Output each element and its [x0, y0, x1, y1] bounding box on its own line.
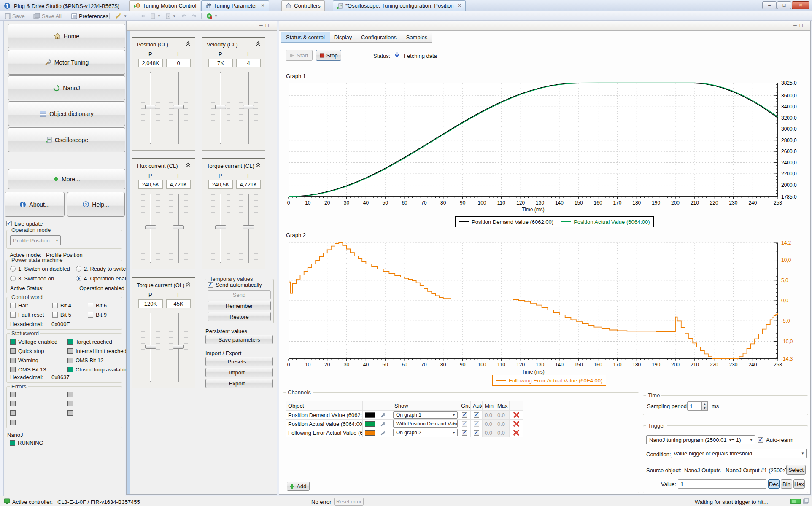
next-annotation-button[interactable]: ▼ [166, 12, 176, 20]
slider-handle[interactable] [145, 225, 156, 229]
slider-handle[interactable] [173, 225, 184, 229]
channel-grid-checkbox[interactable] [459, 411, 471, 420]
channel-style-button[interactable] [378, 428, 392, 437]
back-button[interactable] [140, 12, 146, 20]
halt-checkbox[interactable]: Halt [10, 302, 28, 309]
save-all-button[interactable]: Save All [33, 12, 62, 20]
collapse-chevron-icon[interactable] [256, 162, 261, 169]
channel-grid-checkbox[interactable] [459, 420, 471, 428]
slider-handle[interactable] [215, 225, 226, 229]
fault-reset-checkbox[interactable]: Fault reset [10, 312, 44, 318]
i-value-input[interactable]: 4,721K [236, 180, 261, 189]
collapse-chevron-icon[interactable] [186, 41, 191, 47]
maximize-button[interactable]: □ [777, 1, 791, 9]
slider-handle[interactable] [145, 105, 156, 109]
trigger-value-input[interactable] [678, 479, 766, 489]
tab-tuning-parameter[interactable]: Tuning Parameter ✕ [201, 0, 269, 11]
channel-delete-button[interactable] [510, 428, 523, 437]
restore-button[interactable]: Restore [208, 312, 271, 321]
send-button[interactable]: Send [208, 290, 271, 299]
p-slider[interactable] [210, 194, 231, 263]
wand-tool-button[interactable]: ▼ [115, 12, 127, 20]
close-tab-icon[interactable]: ✕ [458, 3, 461, 8]
radio-switched-on[interactable]: 3. Switched on [10, 275, 54, 282]
sampling-period-input[interactable] [687, 401, 701, 411]
i-slider[interactable] [168, 194, 189, 263]
live-update-checkbox[interactable]: Live update [6, 221, 43, 227]
operation-mode-select[interactable]: Profile Position [10, 235, 61, 245]
channel-style-button[interactable] [378, 420, 392, 428]
dec-toggle-button[interactable]: Dec [768, 479, 780, 489]
sidebar-item-nanoj[interactable]: NanoJ [8, 75, 125, 100]
collapse-chevron-icon[interactable] [186, 162, 191, 169]
i-value-input[interactable]: 4 [236, 59, 261, 67]
auto-rearm-checkbox[interactable]: Auto-rearm [758, 437, 793, 443]
p-slider[interactable] [140, 313, 161, 382]
run-button[interactable]: ▼ [206, 12, 218, 20]
tab-status-control[interactable]: Status & control [281, 32, 330, 43]
reset-error-button[interactable]: Reset error [334, 498, 364, 506]
export-button[interactable]: Export... [205, 379, 273, 388]
p-value-input[interactable]: 120K [138, 299, 163, 308]
help-button[interactable]: ? Help... [67, 192, 125, 217]
bin-toggle-button[interactable]: Bin [781, 479, 792, 489]
p-slider[interactable] [140, 194, 161, 263]
channel-show-select[interactable]: On graph 1 [392, 411, 459, 420]
p-value-input[interactable]: 240,5K [138, 180, 163, 189]
minimize-pane-icon[interactable]: ─ [259, 23, 263, 28]
stop-button[interactable]: Stop [316, 50, 341, 61]
save-button[interactable]: Save [5, 12, 25, 20]
slider-handle[interactable] [215, 105, 226, 109]
import-button[interactable]: Import... [205, 368, 273, 377]
send-automatically-checkbox[interactable]: Send automatically [208, 282, 262, 288]
collapse-chevron-icon[interactable] [256, 41, 261, 47]
p-value-input[interactable]: 240,5K [208, 180, 233, 189]
slider-handle[interactable] [173, 105, 184, 109]
condition-select[interactable]: Value bigger or equals threshold [671, 449, 807, 458]
channel-color-button[interactable] [363, 428, 378, 437]
bit5-checkbox[interactable]: Bit 5 [52, 312, 71, 318]
maximize-pane-icon[interactable]: ◻ [265, 23, 269, 28]
channel-auto-checkbox[interactable] [471, 420, 483, 428]
collapsed-panel-strip[interactable] [0, 21, 4, 496]
show-dropdown[interactable]: On graph 2 [393, 429, 458, 436]
channel-show-select[interactable]: On graph 2 [392, 428, 459, 437]
minimize-pane-icon[interactable]: ─ [793, 23, 797, 28]
tab-tuning-motion-control[interactable]: Tuning Motion Control [129, 0, 200, 11]
sidebar-item-home[interactable]: Home [8, 24, 125, 48]
preferences-button[interactable]: Preferences [71, 12, 108, 20]
sidebar-item-more[interactable]: More... [8, 169, 125, 189]
channel-delete-button[interactable] [510, 411, 523, 420]
slider-handle[interactable] [145, 345, 156, 349]
close-tab-icon[interactable]: ✕ [261, 3, 265, 8]
channel-auto-checkbox[interactable] [471, 411, 483, 420]
undo-button[interactable] [181, 12, 187, 20]
bit9-checkbox[interactable]: Bit 9 [88, 312, 107, 318]
osc-pane-buttons[interactable]: ─ ◻ [793, 23, 803, 28]
sidebar-item-oscilloscope[interactable]: Oscilloscope [8, 127, 125, 152]
slider-handle[interactable] [173, 345, 184, 349]
i-slider[interactable] [168, 313, 189, 382]
tab-configurations[interactable]: Configurations [356, 32, 402, 43]
p-slider[interactable] [140, 72, 161, 144]
sidebar-item-object-dictionary[interactable]: Object dictionary [8, 101, 125, 126]
channel-color-button[interactable] [363, 420, 378, 428]
tab-samples[interactable]: Samples [402, 32, 432, 43]
i-value-input[interactable]: 0 [166, 59, 191, 67]
select-source-button[interactable]: Select [786, 465, 806, 475]
sidebar-item-motor-tuning[interactable]: Motor Tuning [8, 50, 125, 75]
channel-grid-checkbox[interactable] [459, 428, 471, 437]
maximize-pane-icon[interactable]: ◻ [799, 23, 803, 28]
remember-button[interactable]: Remember [208, 301, 271, 310]
i-value-input[interactable]: 45K [166, 299, 191, 308]
i-slider[interactable] [168, 72, 189, 144]
about-button[interactable]: About... [5, 192, 65, 217]
save-parameters-button[interactable]: Save parameters [205, 335, 273, 344]
channel-show-select[interactable]: With Position Demand Value (606 [392, 420, 459, 428]
p-slider[interactable] [210, 72, 231, 144]
hex-toggle-button[interactable]: Hex [793, 479, 805, 489]
sampling-spinner[interactable]: ▲▼ [701, 401, 708, 411]
channel-delete-button[interactable] [510, 420, 523, 428]
bit6-checkbox[interactable]: Bit 6 [88, 302, 107, 309]
p-value-input[interactable]: 7K [208, 59, 233, 67]
